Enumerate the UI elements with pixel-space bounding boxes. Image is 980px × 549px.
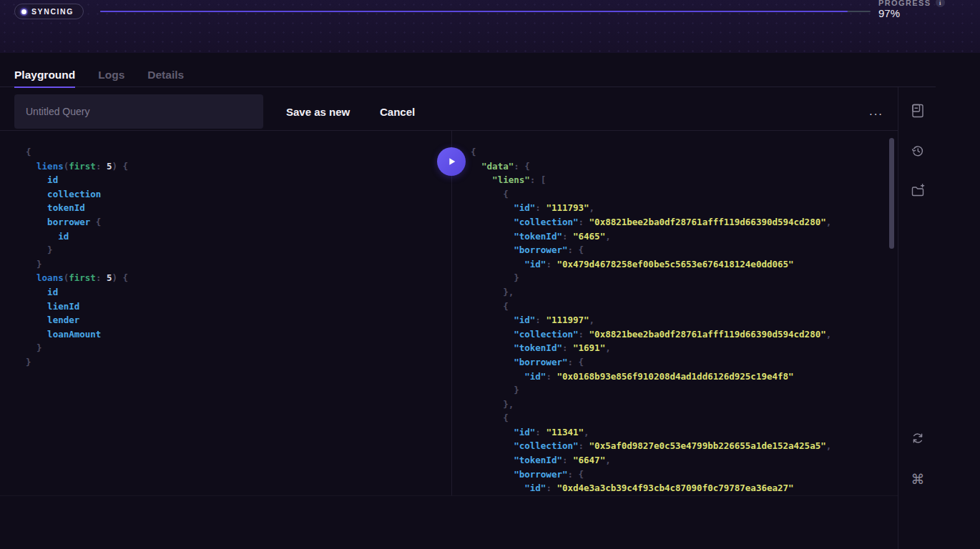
code-line: loanAmount (26, 327, 451, 342)
code-line: "borrower": { (471, 243, 887, 257)
graphql-query-editor[interactable]: { liens(first: 5) { id collection tokenI… (0, 131, 451, 495)
code-line: lender (26, 313, 451, 327)
saved-queries-icon (909, 102, 926, 119)
refresh-icon (909, 430, 926, 447)
code-line: "tokenId": "6465", (471, 229, 887, 244)
code-line: loans(first: 5) { (26, 271, 451, 285)
code-line: "tokenId": "6647", (471, 453, 887, 468)
code-line: } (26, 243, 451, 257)
tab-playground[interactable]: Playground (14, 69, 75, 88)
save-as-new-button[interactable]: Save as new (286, 94, 350, 129)
code-line: "id": "11341", (471, 425, 887, 440)
info-icon[interactable]: i (936, 0, 945, 7)
query-editor-code[interactable]: { liens(first: 5) { id collection tokenI… (0, 131, 451, 370)
sync-progress-bar (100, 11, 871, 12)
code-line: } (26, 355, 451, 370)
sidebar-divider (898, 87, 898, 549)
code-line: lienId (26, 300, 451, 314)
code-line: "tokenId": "1691", (471, 341, 887, 355)
code-line: borrower { (26, 215, 451, 229)
code-line: } (26, 341, 451, 355)
code-line: { (26, 145, 451, 159)
code-line: liens(first: 5) { (26, 159, 451, 174)
response-json-code: { "data": { "liens": [ { "id": "111793",… (452, 131, 887, 495)
code-line: }, (471, 397, 887, 412)
code-line: id (26, 285, 451, 300)
code-line: "borrower": { (471, 468, 887, 482)
query-name-input[interactable] (14, 94, 263, 129)
keyboard-shortcuts-button[interactable]: ⌘ (908, 469, 928, 489)
new-folder-button[interactable] (908, 181, 928, 201)
view-tabs: Playground Logs Details (14, 69, 184, 88)
sync-status-band (0, 0, 980, 53)
syncing-badge-label: SYNCING (31, 7, 74, 16)
code-line: "liens": [ (471, 173, 887, 187)
code-line: } (471, 383, 887, 397)
code-line: }, (471, 285, 887, 300)
code-line: { (471, 300, 887, 314)
sync-progress-bar-fill (100, 11, 848, 12)
code-line: "collection": "0x8821bee2ba0df28761afff1… (471, 327, 887, 342)
code-line: "id": "0x479d4678258ef00be5c5653e6764181… (471, 257, 887, 272)
query-response-viewer: { "data": { "liens": [ { "id": "111793",… (452, 131, 887, 495)
code-line: } (26, 257, 451, 272)
code-line: tokenId (26, 201, 451, 215)
cancel-button[interactable]: Cancel (380, 94, 415, 129)
code-line: "id": "0xd4e3a3cb39c4f93cb4c87090f0c7978… (471, 481, 887, 495)
more-options-icon[interactable]: ... (862, 94, 891, 129)
run-query-button[interactable] (437, 147, 466, 176)
history-icon (909, 142, 926, 159)
code-line: id (26, 173, 451, 187)
code-line: } (471, 271, 887, 285)
code-line: "data": { (471, 159, 887, 174)
progress-label: PROGRESS (878, 0, 931, 7)
response-scrollbar[interactable] (889, 138, 894, 249)
progress-header: PROGRESS i (878, 0, 945, 7)
saved-queries-button[interactable] (908, 101, 928, 121)
code-line: "collection": "0x5af0d9827e0c53e4799bb22… (471, 439, 887, 453)
code-line: "collection": "0x8821bee2ba0df28761afff1… (471, 215, 887, 229)
code-line: "id": "0x0168b93e856f910208d4ad1dd6126d9… (471, 370, 887, 384)
new-folder-icon (909, 182, 926, 199)
code-line: { (471, 145, 887, 159)
progress-percent-value: 97% (878, 7, 900, 19)
tab-details[interactable]: Details (147, 69, 184, 88)
tab-logs[interactable]: Logs (98, 69, 124, 88)
code-line: collection (26, 187, 451, 202)
code-line: { (471, 187, 887, 202)
panes-bottom-divider (0, 495, 898, 496)
refresh-button[interactable] (908, 428, 928, 448)
query-history-button[interactable] (908, 141, 928, 161)
subgraph-playground-page: SYNCING PROGRESS i 97% Playground Logs D… (0, 0, 980, 549)
command-icon: ⌘ (911, 471, 925, 487)
code-line: "id": "111793", (471, 201, 887, 215)
code-line: "borrower": { (471, 355, 887, 370)
code-line: { (471, 411, 887, 425)
code-line: "id": "111997", (471, 313, 887, 327)
syncing-status-dot-icon (21, 9, 26, 14)
syncing-badge: SYNCING (14, 4, 84, 19)
play-icon (446, 156, 457, 167)
code-line: id (26, 229, 451, 244)
